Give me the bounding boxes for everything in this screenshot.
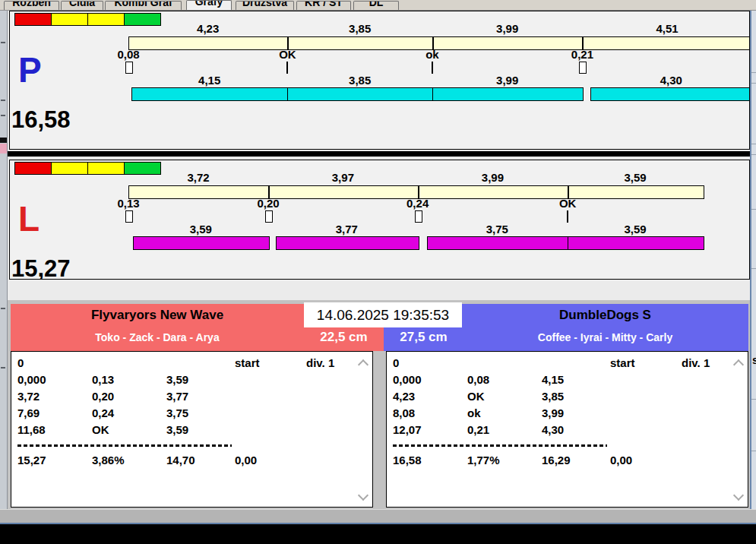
tab-bar: RozběhČidlaKombi GrafGrafyDružstvaKR / S…	[0, 0, 756, 11]
scroll-down-icon[interactable]	[733, 490, 744, 501]
lower-split-value: 3,59	[597, 223, 673, 236]
legend-color-box	[51, 13, 88, 26]
table-cell: 7,69	[17, 406, 40, 420]
lane-total-time: 15,27	[11, 257, 71, 280]
section-divider	[8, 151, 750, 157]
table-cell: div. 1	[306, 356, 334, 370]
exchange-ok-marker-icon	[432, 62, 433, 74]
scroll-down-icon[interactable]	[358, 490, 369, 501]
tab-label: Čidla	[62, 1, 103, 8]
table-cell: 3,86%	[92, 454, 125, 467]
strip-mark	[751, 144, 756, 144]
strip-mark	[751, 268, 756, 269]
tab-label: Družstva	[236, 1, 293, 8]
right-edge-strip: s	[750, 10, 756, 509]
exchange-gap-marker-icon	[265, 210, 273, 223]
tab-dru-stva[interactable]: Družstva	[236, 1, 294, 11]
exchange-value: 0,24	[395, 198, 441, 210]
tab-label: Rozběh	[5, 1, 59, 8]
upper-split-value: 3,99	[454, 172, 530, 184]
lower-split-bar-segment	[590, 87, 750, 101]
table-cell: 0,00	[235, 454, 257, 467]
lane-total-time: 16,58	[11, 108, 71, 131]
table-cell: 0,08	[467, 373, 489, 387]
table-cell: 0,24	[92, 406, 114, 420]
strip-mark	[0, 138, 7, 143]
legend-color-box	[87, 13, 125, 26]
table-cell: 0,21	[467, 423, 489, 437]
graph-lane-p: P 16,58 4,233,853,994,510,084,15OK3,85ok…	[9, 11, 750, 150]
table-cell: OK	[467, 390, 485, 403]
bottom-black-band	[0, 524, 756, 544]
lower-split-value: 3,99	[470, 74, 546, 87]
team-right-members: Coffee - Iyrai - Mitty - Carly	[462, 331, 748, 343]
table-cell: ok	[467, 406, 481, 420]
team-left-members: Toko - Zack - Dara - Arya	[11, 331, 304, 343]
strip-mark	[1, 115, 5, 116]
lower-split-bar-segment	[427, 236, 570, 250]
tab-label: KR / ST	[297, 1, 350, 8]
exchange-gap-marker-icon	[579, 62, 587, 74]
table-cell: 11,68	[17, 423, 46, 437]
lower-split-bar-segment	[133, 236, 270, 250]
table-cell: 8,08	[393, 406, 415, 420]
strip-mark	[751, 83, 756, 84]
upper-split-value: 3,99	[470, 23, 546, 35]
table-cell: 0,13	[92, 373, 114, 387]
exchange-value: OK	[545, 198, 590, 210]
strip-mark	[751, 72, 756, 73]
table-cell: 0,000	[17, 373, 46, 387]
strip-mark	[1, 100, 5, 101]
table-cell: 3,59	[166, 373, 188, 387]
scroll-up-icon[interactable]	[733, 359, 744, 370]
strip-mark	[1, 308, 5, 309]
tab-dl[interactable]: DL	[353, 1, 399, 11]
table-cell: div. 1	[682, 356, 710, 370]
scroll-up-icon[interactable]	[358, 359, 369, 370]
table-cell: 15,27	[17, 454, 46, 467]
legend-color-box	[14, 13, 52, 26]
flyball-timing-app: RozběhČidlaKombi GrafGrafyDružstvaKR / S…	[0, 0, 756, 544]
legend-color-box	[124, 13, 161, 26]
table-cell: OK	[92, 423, 109, 437]
lane-letter: P	[18, 52, 42, 87]
tab--idla[interactable]: Čidla	[61, 1, 103, 11]
tab-label: Grafy	[187, 0, 231, 8]
table-cell: 3,75	[166, 406, 188, 420]
exchange-value: 0,08	[106, 49, 151, 61]
tab-grafy[interactable]: Grafy	[186, 0, 232, 11]
datetime-display: 14.06.2025 19:35:53	[304, 302, 462, 327]
exchange-value: OK	[264, 49, 310, 61]
upper-split-value: 3,59	[597, 172, 673, 184]
clipped-text: s	[752, 353, 756, 366]
traffic-light-legend	[14, 13, 160, 26]
lower-split-value: 3,85	[322, 74, 398, 87]
upper-split-value: 4,51	[629, 23, 705, 35]
table-cell: 4,15	[542, 373, 564, 387]
team-left-results-list[interactable]: 0startdiv. 10,0000,133,593,720,203,777,6…	[11, 351, 373, 508]
team-left-name: Flyvaryors New Wave	[11, 308, 304, 323]
upper-split-value: 3,72	[160, 172, 236, 184]
lower-split-value: 3,77	[308, 223, 384, 236]
table-cell: 3,59	[166, 423, 188, 437]
tab-rozb-h[interactable]: Rozběh	[4, 1, 59, 11]
lower-split-value: 3,59	[163, 223, 239, 236]
table-cell: 3,85	[542, 390, 564, 403]
tab-kr-st[interactable]: KR / ST	[296, 1, 351, 11]
table-cell: 16,58	[393, 454, 422, 467]
table-cell: start	[235, 356, 260, 370]
team-right-results-list[interactable]: 0startdiv. 10,0000,084,154,23OK3,858,08o…	[386, 351, 748, 508]
tab-label: Kombi Graf	[106, 1, 181, 8]
table-cell: 3,72	[17, 390, 40, 403]
strip-mark	[1, 367, 5, 368]
table-cell: 12,07	[393, 423, 422, 437]
strip-mark	[751, 451, 756, 451]
lane-letter: L	[18, 201, 40, 236]
lower-split-value: 3,75	[459, 223, 535, 236]
tab-label: DL	[354, 1, 398, 8]
table-cell: 0,000	[393, 373, 422, 387]
upper-split-value: 3,85	[322, 23, 398, 35]
tab-kombi-graf[interactable]: Kombi Graf	[105, 1, 182, 11]
totals-separator	[17, 444, 232, 447]
exchange-ok-marker-icon	[286, 62, 288, 74]
